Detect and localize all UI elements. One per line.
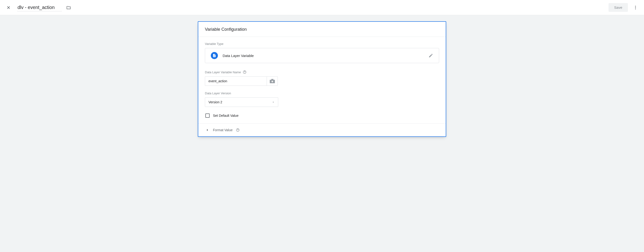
variable-configuration-panel: Variable Configuration Variable Type Dat… xyxy=(198,21,446,137)
close-icon xyxy=(6,5,11,10)
variable-type-selector[interactable]: Data Layer Variable xyxy=(205,48,439,63)
svg-point-1 xyxy=(635,7,636,8)
insert-variable-button[interactable] xyxy=(267,76,278,86)
folder-button[interactable] xyxy=(64,3,73,12)
folder-icon xyxy=(66,5,71,10)
help-icon[interactable] xyxy=(243,70,246,74)
block-plus-icon xyxy=(270,79,275,83)
variable-name-row xyxy=(205,76,439,86)
variable-type-name: Data Layer Variable xyxy=(223,54,424,58)
save-button[interactable]: Save xyxy=(608,3,628,12)
panel-title: Variable Configuration xyxy=(198,22,446,37)
svg-rect-6 xyxy=(271,79,273,80)
set-default-value-row: Set Default Value xyxy=(205,113,439,122)
version-selected-value: Version 2 xyxy=(208,100,222,104)
set-default-value-label: Set Default Value xyxy=(213,114,238,117)
svg-point-10 xyxy=(238,131,238,131)
format-value-row[interactable]: Format Value xyxy=(205,124,439,132)
panel-body: Variable Type Data Layer Variable Data L… xyxy=(198,37,446,136)
content-area: Variable Configuration Variable Type Dat… xyxy=(0,15,644,146)
variable-type-label: Variable Type xyxy=(205,42,439,46)
pencil-icon xyxy=(428,53,433,58)
variable-name-label: Data Layer Variable Name xyxy=(205,70,439,74)
overflow-menu-button[interactable] xyxy=(631,3,640,12)
data-layer-version-select[interactable]: Version 2 xyxy=(205,97,278,107)
chevron-right-icon xyxy=(205,128,210,132)
svg-rect-8 xyxy=(271,81,273,82)
format-value-label: Format Value xyxy=(213,128,232,132)
svg-point-0 xyxy=(635,6,636,6)
svg-point-2 xyxy=(635,8,636,9)
data-layer-variable-name-input[interactable] xyxy=(205,76,267,86)
variable-name-input[interactable] xyxy=(17,4,62,11)
data-layer-variable-icon xyxy=(211,52,218,59)
set-default-value-checkbox[interactable] xyxy=(205,113,210,118)
version-label: Data Layer Version xyxy=(205,91,439,95)
help-icon[interactable] xyxy=(236,128,240,132)
close-button[interactable] xyxy=(4,3,13,12)
topbar: Save xyxy=(0,0,644,15)
chevron-down-icon xyxy=(272,101,275,104)
more-vert-icon xyxy=(633,5,638,10)
variable-name-label-text: Data Layer Variable Name xyxy=(205,70,241,74)
